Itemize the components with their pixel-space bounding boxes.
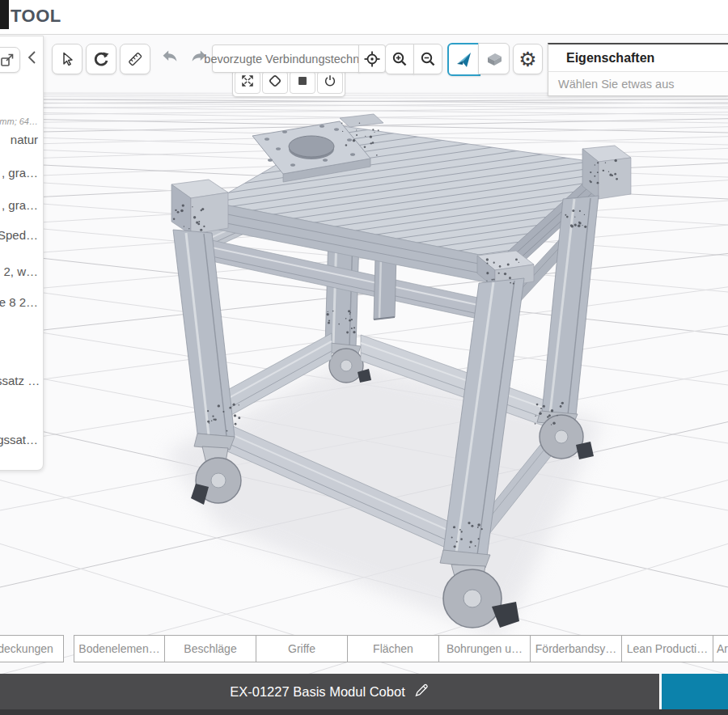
fit-view-button[interactable]: [235, 71, 260, 94]
3d-viewport[interactable]: [0, 0, 728, 715]
settings-gear-icon: ⚙: [518, 49, 536, 70]
power-option-button[interactable]: [317, 71, 343, 94]
properties-panel: Eigenschaften Wählen Sie etwas aus: [548, 43, 728, 96]
orthographic-view-icon: [485, 49, 504, 69]
center-view-button[interactable]: [358, 44, 386, 73]
app-header: TOOL: [0, 0, 728, 35]
chevron-left-icon: [26, 49, 39, 70]
pop-out-icon: [0, 52, 15, 68]
select-cursor-icon: [59, 51, 75, 67]
zoom-in-icon: [392, 51, 408, 67]
tab-lean-production[interactable]: Lean Producti…: [621, 635, 713, 662]
list-item[interactable]: , gra…: [0, 166, 38, 180]
tab-flaechen[interactable]: Flächen: [347, 635, 439, 662]
properties-placeholder: Wählen Sie etwas aus: [548, 72, 728, 96]
rotate-view-button[interactable]: [86, 44, 116, 74]
list-item[interactable]: , gra…: [0, 198, 38, 212]
list-item[interactable]: Sped…: [0, 228, 38, 242]
app-window: TOOL mm; 64… natur , gra… , gra… Sped… 2…: [0, 0, 728, 715]
parts-list-panel: mm; 64… natur , gra… , gra… Sped… 2, w… …: [0, 36, 44, 471]
list-item[interactable]: e 8 2…: [0, 295, 38, 309]
fit-view-icon: [240, 74, 255, 91]
settings-button[interactable]: ⚙: [513, 44, 543, 74]
zoom-out-icon: [420, 51, 436, 67]
undo-icon: [160, 48, 180, 69]
solid-square-option-button[interactable]: [290, 71, 315, 94]
ruler-icon: [126, 50, 144, 68]
connector-option-button[interactable]: [262, 71, 288, 94]
zoom-in-button[interactable]: [385, 44, 414, 74]
crosshair-icon: [363, 50, 381, 68]
viewport-canvas: [0, 0, 728, 715]
footer-bottom-strip: [0, 709, 728, 715]
tab-bohrungen[interactable]: Bohrungen u…: [438, 635, 531, 662]
project-title: EX-01227 Basis Modul Cobot: [230, 684, 404, 700]
tab-abdeckungen[interactable]: Abdeckungen: [0, 635, 64, 662]
edit-pencil-icon[interactable]: [413, 682, 430, 701]
tab-beschlaege[interactable]: Beschläge: [164, 635, 256, 662]
select-tool-button[interactable]: [52, 44, 83, 74]
rotate-icon: [92, 50, 110, 68]
list-item[interactable]: 2, w…: [0, 264, 38, 278]
app-title: TOOL: [11, 6, 61, 27]
tab-bodenelemente[interactable]: Bodenelemen…: [74, 635, 165, 662]
solid-square-icon: [295, 74, 310, 91]
properties-panel-title: Eigenschaften: [548, 43, 728, 72]
connector-diamond-icon: [268, 74, 282, 91]
list-item[interactable]: gssat…: [0, 433, 38, 446]
pop-out-button[interactable]: [0, 47, 20, 73]
power-icon: [323, 74, 337, 91]
list-item[interactable]: mm; 64…: [0, 116, 38, 126]
connection-technique-label: bevorzugte Verbindungstechnik: [212, 44, 360, 73]
orthographic-view-button[interactable]: [478, 43, 510, 74]
perspective-view-button[interactable]: [447, 43, 480, 76]
list-item[interactable]: natur: [0, 133, 38, 146]
perspective-view-icon: [455, 50, 474, 70]
zoom-out-button[interactable]: [413, 44, 442, 74]
collapse-panel-button[interactable]: [23, 49, 41, 69]
tab-foerderbandsysteme[interactable]: Förderbandsy…: [530, 635, 622, 662]
list-item[interactable]: ssatz …: [0, 374, 38, 387]
project-title-bar: EX-01227 Basis Modul Cobot: [0, 674, 659, 709]
measure-tool-button[interactable]: [120, 44, 150, 74]
footer-action-button[interactable]: [662, 674, 728, 709]
tab-arbeitsplatz[interactable]: Ar: [713, 635, 728, 662]
undo-button[interactable]: [159, 47, 181, 70]
tab-griffe[interactable]: Griffe: [256, 635, 348, 662]
brand-logo-icon: [0, 0, 9, 29]
